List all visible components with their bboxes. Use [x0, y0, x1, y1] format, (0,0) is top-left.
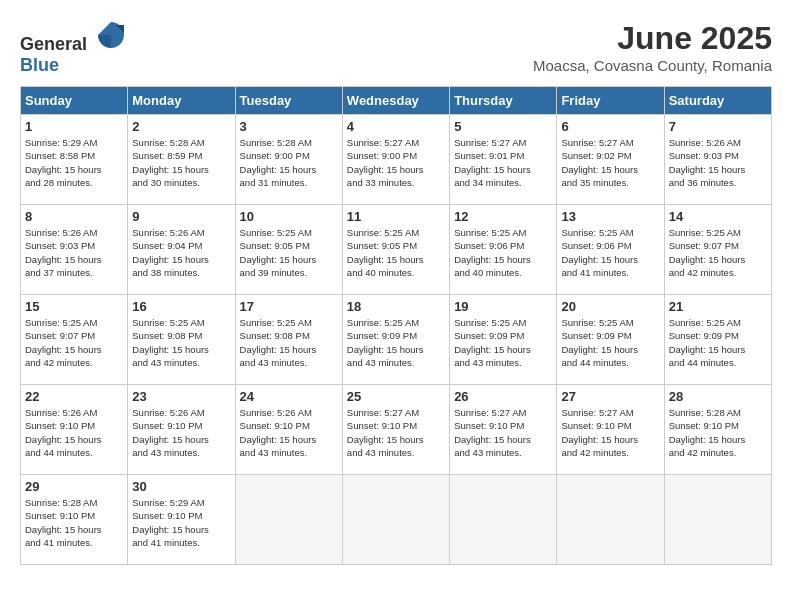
day-cell-3-1: 16Sunrise: 5:25 AMSunset: 9:08 PMDayligh…: [128, 295, 235, 385]
day-info: Sunrise: 5:29 AMSunset: 8:58 PMDaylight:…: [25, 136, 123, 189]
day-number: 2: [132, 119, 230, 134]
day-cell-2-3: 11Sunrise: 5:25 AMSunset: 9:05 PMDayligh…: [342, 205, 449, 295]
day-cell-4-5: 27Sunrise: 5:27 AMSunset: 9:10 PMDayligh…: [557, 385, 664, 475]
day-number: 6: [561, 119, 659, 134]
week-row-3: 15Sunrise: 5:25 AMSunset: 9:07 PMDayligh…: [21, 295, 772, 385]
day-cell-1-3: 4Sunrise: 5:27 AMSunset: 9:00 PMDaylight…: [342, 115, 449, 205]
day-info: Sunrise: 5:25 AMSunset: 9:07 PMDaylight:…: [669, 226, 767, 279]
day-info: Sunrise: 5:25 AMSunset: 9:08 PMDaylight:…: [240, 316, 338, 369]
day-number: 8: [25, 209, 123, 224]
day-info: Sunrise: 5:28 AMSunset: 9:10 PMDaylight:…: [669, 406, 767, 459]
day-number: 14: [669, 209, 767, 224]
day-cell-2-5: 13Sunrise: 5:25 AMSunset: 9:06 PMDayligh…: [557, 205, 664, 295]
day-cell-5-4: [450, 475, 557, 565]
day-number: 27: [561, 389, 659, 404]
title-area: June 2025 Moacsa, Covasna County, Romani…: [533, 20, 772, 74]
day-number: 4: [347, 119, 445, 134]
week-row-1: 1Sunrise: 5:29 AMSunset: 8:58 PMDaylight…: [21, 115, 772, 205]
day-number: 22: [25, 389, 123, 404]
location-title: Moacsa, Covasna County, Romania: [533, 57, 772, 74]
day-info: Sunrise: 5:28 AMSunset: 9:00 PMDaylight:…: [240, 136, 338, 189]
day-cell-4-0: 22Sunrise: 5:26 AMSunset: 9:10 PMDayligh…: [21, 385, 128, 475]
week-row-2: 8Sunrise: 5:26 AMSunset: 9:03 PMDaylight…: [21, 205, 772, 295]
day-info: Sunrise: 5:27 AMSunset: 9:02 PMDaylight:…: [561, 136, 659, 189]
day-info: Sunrise: 5:25 AMSunset: 9:05 PMDaylight:…: [347, 226, 445, 279]
day-cell-4-2: 24Sunrise: 5:26 AMSunset: 9:10 PMDayligh…: [235, 385, 342, 475]
day-info: Sunrise: 5:26 AMSunset: 9:03 PMDaylight:…: [25, 226, 123, 279]
day-number: 20: [561, 299, 659, 314]
day-number: 24: [240, 389, 338, 404]
day-info: Sunrise: 5:27 AMSunset: 9:00 PMDaylight:…: [347, 136, 445, 189]
day-info: Sunrise: 5:28 AMSunset: 9:10 PMDaylight:…: [25, 496, 123, 549]
day-info: Sunrise: 5:25 AMSunset: 9:07 PMDaylight:…: [25, 316, 123, 369]
day-number: 28: [669, 389, 767, 404]
day-cell-3-3: 18Sunrise: 5:25 AMSunset: 9:09 PMDayligh…: [342, 295, 449, 385]
day-number: 1: [25, 119, 123, 134]
header-row: SundayMondayTuesdayWednesdayThursdayFrid…: [21, 87, 772, 115]
day-number: 11: [347, 209, 445, 224]
day-cell-5-0: 29Sunrise: 5:28 AMSunset: 9:10 PMDayligh…: [21, 475, 128, 565]
day-cell-2-1: 9Sunrise: 5:26 AMSunset: 9:04 PMDaylight…: [128, 205, 235, 295]
logo-icon: [96, 20, 126, 50]
day-cell-3-5: 20Sunrise: 5:25 AMSunset: 9:09 PMDayligh…: [557, 295, 664, 385]
day-cell-2-2: 10Sunrise: 5:25 AMSunset: 9:05 PMDayligh…: [235, 205, 342, 295]
day-cell-1-0: 1Sunrise: 5:29 AMSunset: 8:58 PMDaylight…: [21, 115, 128, 205]
day-number: 13: [561, 209, 659, 224]
day-cell-2-6: 14Sunrise: 5:25 AMSunset: 9:07 PMDayligh…: [664, 205, 771, 295]
day-info: Sunrise: 5:25 AMSunset: 9:08 PMDaylight:…: [132, 316, 230, 369]
day-cell-2-4: 12Sunrise: 5:25 AMSunset: 9:06 PMDayligh…: [450, 205, 557, 295]
day-cell-3-2: 17Sunrise: 5:25 AMSunset: 9:08 PMDayligh…: [235, 295, 342, 385]
day-cell-5-3: [342, 475, 449, 565]
day-info: Sunrise: 5:26 AMSunset: 9:10 PMDaylight:…: [132, 406, 230, 459]
day-cell-1-4: 5Sunrise: 5:27 AMSunset: 9:01 PMDaylight…: [450, 115, 557, 205]
day-cell-3-6: 21Sunrise: 5:25 AMSunset: 9:09 PMDayligh…: [664, 295, 771, 385]
calendar: SundayMondayTuesdayWednesdayThursdayFrid…: [20, 86, 772, 565]
day-number: 10: [240, 209, 338, 224]
day-cell-1-1: 2Sunrise: 5:28 AMSunset: 8:59 PMDaylight…: [128, 115, 235, 205]
header-day-sunday: Sunday: [21, 87, 128, 115]
day-info: Sunrise: 5:25 AMSunset: 9:09 PMDaylight:…: [454, 316, 552, 369]
day-number: 12: [454, 209, 552, 224]
day-cell-4-1: 23Sunrise: 5:26 AMSunset: 9:10 PMDayligh…: [128, 385, 235, 475]
day-cell-1-2: 3Sunrise: 5:28 AMSunset: 9:00 PMDaylight…: [235, 115, 342, 205]
day-info: Sunrise: 5:25 AMSunset: 9:06 PMDaylight:…: [561, 226, 659, 279]
day-number: 3: [240, 119, 338, 134]
day-number: 26: [454, 389, 552, 404]
day-info: Sunrise: 5:27 AMSunset: 9:10 PMDaylight:…: [347, 406, 445, 459]
logo-blue: Blue: [20, 55, 59, 75]
day-cell-5-2: [235, 475, 342, 565]
day-number: 7: [669, 119, 767, 134]
day-number: 17: [240, 299, 338, 314]
day-cell-3-4: 19Sunrise: 5:25 AMSunset: 9:09 PMDayligh…: [450, 295, 557, 385]
day-info: Sunrise: 5:27 AMSunset: 9:10 PMDaylight:…: [454, 406, 552, 459]
day-info: Sunrise: 5:27 AMSunset: 9:01 PMDaylight:…: [454, 136, 552, 189]
day-number: 16: [132, 299, 230, 314]
day-info: Sunrise: 5:29 AMSunset: 9:10 PMDaylight:…: [132, 496, 230, 549]
day-cell-1-6: 7Sunrise: 5:26 AMSunset: 9:03 PMDaylight…: [664, 115, 771, 205]
logo-general: General: [20, 34, 87, 54]
day-number: 18: [347, 299, 445, 314]
header-day-thursday: Thursday: [450, 87, 557, 115]
day-info: Sunrise: 5:25 AMSunset: 9:09 PMDaylight:…: [669, 316, 767, 369]
month-title: June 2025: [533, 20, 772, 57]
week-row-5: 29Sunrise: 5:28 AMSunset: 9:10 PMDayligh…: [21, 475, 772, 565]
day-number: 23: [132, 389, 230, 404]
day-info: Sunrise: 5:25 AMSunset: 9:09 PMDaylight:…: [347, 316, 445, 369]
day-info: Sunrise: 5:26 AMSunset: 9:03 PMDaylight:…: [669, 136, 767, 189]
day-info: Sunrise: 5:28 AMSunset: 8:59 PMDaylight:…: [132, 136, 230, 189]
day-cell-2-0: 8Sunrise: 5:26 AMSunset: 9:03 PMDaylight…: [21, 205, 128, 295]
day-number: 29: [25, 479, 123, 494]
day-number: 19: [454, 299, 552, 314]
day-info: Sunrise: 5:26 AMSunset: 9:04 PMDaylight:…: [132, 226, 230, 279]
day-info: Sunrise: 5:27 AMSunset: 9:10 PMDaylight:…: [561, 406, 659, 459]
page-header: General Blue June 2025 Moacsa, Covasna C…: [20, 20, 772, 76]
day-number: 25: [347, 389, 445, 404]
day-number: 30: [132, 479, 230, 494]
day-cell-5-6: [664, 475, 771, 565]
day-info: Sunrise: 5:25 AMSunset: 9:05 PMDaylight:…: [240, 226, 338, 279]
day-cell-1-5: 6Sunrise: 5:27 AMSunset: 9:02 PMDaylight…: [557, 115, 664, 205]
header-day-tuesday: Tuesday: [235, 87, 342, 115]
day-number: 9: [132, 209, 230, 224]
day-cell-4-3: 25Sunrise: 5:27 AMSunset: 9:10 PMDayligh…: [342, 385, 449, 475]
day-cell-4-4: 26Sunrise: 5:27 AMSunset: 9:10 PMDayligh…: [450, 385, 557, 475]
